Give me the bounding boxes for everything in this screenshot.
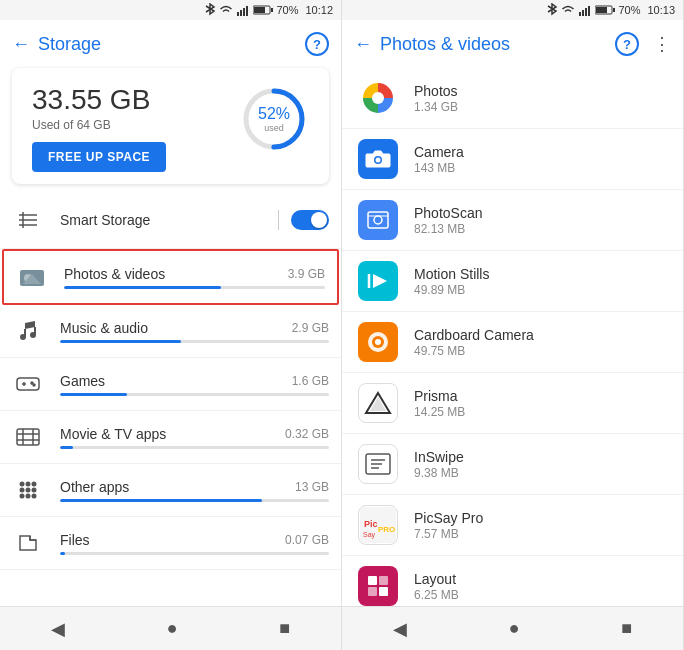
camera-svg-icon [365, 148, 391, 170]
app-item-picsay[interactable]: Pic Say PRO PicSay Pro 7.57 MB [342, 495, 683, 556]
photos-videos-icon [16, 261, 48, 293]
storage-used-label: Used of 64 GB [32, 118, 166, 132]
right-home-nav[interactable]: ● [489, 610, 540, 647]
movie-size: 0.32 GB [285, 427, 329, 441]
svg-point-46 [372, 92, 384, 104]
app-item-layout[interactable]: Layout 6.25 MB [342, 556, 683, 606]
svg-point-56 [375, 339, 381, 345]
photos-videos-bar-fill [64, 286, 221, 289]
photos-videos-bar [64, 286, 325, 289]
app-item-motion[interactable]: Motion Stills 49.89 MB [342, 251, 683, 312]
cardboard-app-icon [358, 322, 398, 362]
svg-rect-0 [237, 12, 239, 16]
svg-point-37 [26, 494, 31, 499]
battery-icon [253, 4, 273, 16]
app-item-inswipe[interactable]: InSwipe 9.38 MB [342, 434, 683, 495]
cardboard-svg-icon [365, 329, 391, 355]
list-item-games[interactable]: Games 1.6 GB [0, 358, 341, 411]
right-wifi-icon [561, 4, 575, 16]
left-home-nav[interactable]: ● [147, 610, 198, 647]
free-up-button[interactable]: FREE UP SPACE [32, 142, 166, 172]
svg-point-33 [20, 488, 25, 493]
right-bluetooth-icon [546, 3, 558, 17]
svg-rect-44 [596, 7, 607, 13]
toggle-divider [278, 210, 279, 230]
motion-app-name: Motion Stills [414, 266, 667, 282]
app-item-photoscan[interactable]: PhotoScan 82.13 MB [342, 190, 683, 251]
smart-storage-row[interactable]: Smart Storage [0, 192, 341, 249]
svg-rect-42 [588, 6, 590, 16]
storage-size: 33.55 GB [32, 84, 166, 116]
music-content: Music & audio 2.9 GB [60, 320, 329, 343]
picsay-app-icon: Pic Say PRO [358, 505, 398, 545]
right-battery-pct: 70% [618, 4, 640, 16]
left-top-bar: ← Storage ? [0, 20, 341, 68]
svg-point-32 [32, 482, 37, 487]
list-item-photos-videos[interactable]: Photos & videos 3.9 GB [2, 249, 339, 305]
left-recent-nav[interactable]: ■ [259, 610, 310, 647]
svg-rect-6 [271, 8, 273, 12]
right-back-nav[interactable]: ◀ [373, 610, 427, 648]
app-item-photos[interactable]: Photos 1.34 GB [342, 68, 683, 129]
list-item-music[interactable]: Music & audio 2.9 GB [0, 305, 341, 358]
left-back-nav[interactable]: ◀ [31, 610, 85, 648]
smart-storage-toggle[interactable] [291, 210, 329, 230]
motion-app-info: Motion Stills 49.89 MB [414, 266, 667, 297]
games-content: Games 1.6 GB [60, 373, 329, 396]
bluetooth-icon [204, 3, 216, 17]
left-time: 10:12 [305, 4, 333, 16]
list-item-other[interactable]: Other apps 13 GB [0, 464, 341, 517]
motion-svg-icon [365, 270, 391, 292]
files-name: Files [60, 532, 90, 548]
prisma-app-info: Prisma 14.25 MB [414, 388, 667, 419]
photoscan-app-info: PhotoScan 82.13 MB [414, 205, 667, 236]
svg-rect-39 [579, 12, 581, 16]
right-status-icons: 70% 10:13 [546, 3, 675, 17]
motion-app-icon [358, 261, 398, 301]
games-name: Games [60, 373, 105, 389]
app-item-cardboard[interactable]: Cardboard Camera 49.75 MB [342, 312, 683, 373]
motion-app-size: 49.89 MB [414, 283, 667, 297]
photos-videos-name: Photos & videos [64, 266, 165, 282]
camera-app-name: Camera [414, 144, 667, 160]
right-bottom-nav: ◀ ● ■ [342, 606, 683, 650]
svg-rect-5 [254, 7, 265, 13]
picsay-app-name: PicSay Pro [414, 510, 667, 526]
files-content: Files 0.07 GB [60, 532, 329, 555]
smart-storage-label: Smart Storage [60, 212, 278, 228]
layout-app-size: 6.25 MB [414, 588, 667, 602]
right-help-button[interactable]: ? [615, 32, 639, 56]
other-bar-fill [60, 499, 262, 502]
photos-app-name: Photos [414, 83, 667, 99]
left-back-button[interactable]: ← [12, 34, 30, 55]
games-bar [60, 393, 329, 396]
camera-app-icon [358, 139, 398, 179]
signal-icon [236, 4, 250, 16]
other-name: Other apps [60, 479, 129, 495]
cardboard-app-name: Cardboard Camera [414, 327, 667, 343]
right-back-button[interactable]: ← [354, 34, 372, 55]
other-bar [60, 499, 329, 502]
left-help-button[interactable]: ? [305, 32, 329, 56]
svg-rect-40 [582, 10, 584, 16]
music-icon [12, 315, 44, 347]
right-recent-nav[interactable]: ■ [601, 610, 652, 647]
left-bottom-nav: ◀ ● ■ [0, 606, 341, 650]
right-more-button[interactable]: ⋮ [653, 33, 671, 55]
prisma-app-icon [358, 383, 398, 423]
music-bar-fill [60, 340, 181, 343]
svg-rect-25 [17, 429, 39, 445]
picsay-svg-icon: Pic Say PRO [360, 507, 396, 543]
app-item-prisma[interactable]: Prisma 14.25 MB [342, 373, 683, 434]
svg-rect-3 [246, 6, 248, 16]
circle-text: 52% used [258, 105, 290, 133]
svg-rect-1 [240, 10, 242, 16]
list-item-movie[interactable]: Movie & TV apps 0.32 GB [0, 411, 341, 464]
layout-app-name: Layout [414, 571, 667, 587]
music-name: Music & audio [60, 320, 148, 336]
picsay-app-info: PicSay Pro 7.57 MB [414, 510, 667, 541]
list-item-files[interactable]: Files 0.07 GB [0, 517, 341, 570]
left-title: Storage [38, 34, 297, 55]
app-item-camera[interactable]: Camera 143 MB [342, 129, 683, 190]
circle-percent: 52% [258, 105, 290, 123]
